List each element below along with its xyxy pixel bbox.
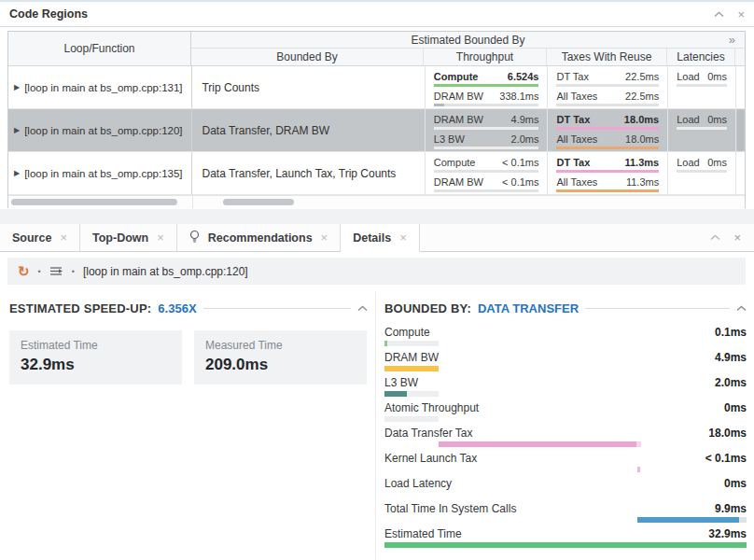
parallel-lines-icon — [49, 266, 63, 276]
metric-line: All Taxes11.3ms — [556, 176, 659, 189]
metric-line: DRAM BW4.9ms — [384, 350, 747, 365]
bounded-metric-row: Data Transfer Tax18.0ms — [384, 426, 747, 451]
vertical-scrollbar-track[interactable] — [735, 152, 745, 194]
column-header-taxes-with-reuse[interactable]: Taxes With Reuse — [547, 49, 667, 65]
metric-bar — [384, 467, 747, 472]
collapse-section-icon[interactable] — [357, 305, 368, 312]
close-panel-icon[interactable]: × — [733, 231, 741, 244]
column-header-bounded-by[interactable]: Bounded By — [191, 49, 424, 65]
table-row[interactable]: ▶[loop in main at bs_omp.cpp:131]Trip Co… — [8, 66, 745, 109]
scrollbar-thumb[interactable] — [223, 199, 294, 205]
metric-label: All Taxes — [556, 91, 597, 103]
column-header-latencies[interactable]: Latencies — [667, 49, 735, 65]
metric-line: DT Tax22.5ms — [556, 71, 659, 83]
expand-row-icon[interactable]: ▶ — [14, 169, 20, 177]
stat-label: Measured Time — [205, 339, 356, 352]
scrollbar-thumb[interactable] — [737, 109, 744, 151]
speedup-value: 6.356X — [158, 301, 196, 315]
loop-function-cell: ▶[loop in main at bs_omp.cpp:131] — [8, 66, 192, 108]
panel-window-controls: × — [714, 8, 745, 21]
metric-bar-fill — [384, 542, 747, 548]
scrollbar-corner — [735, 49, 745, 65]
expand-row-icon[interactable]: ▶ — [14, 126, 20, 134]
tab-details[interactable]: Details× — [341, 224, 420, 252]
metric-entry: DT Tax18.0ms — [556, 114, 659, 130]
vertical-scrollbar-track[interactable] — [735, 109, 745, 151]
metric-value: < 0.1ms — [502, 176, 538, 189]
close-tab-icon[interactable]: × — [321, 231, 328, 245]
bounded-metric-row: DRAM BW4.9ms — [384, 350, 747, 375]
metric-bar-fill — [384, 341, 387, 346]
metric-line: DRAM BW4.9ms — [434, 114, 539, 126]
metric-bar — [434, 189, 539, 192]
expand-row-icon[interactable]: ▶ — [14, 83, 20, 91]
divider-line — [585, 308, 730, 309]
metric-label: Compute — [434, 71, 479, 83]
metric-value: 2.0ms — [511, 133, 539, 146]
metric-bar — [384, 341, 747, 346]
metric-value: 18.0ms — [624, 114, 659, 126]
stat-value: 209.0ms — [205, 356, 356, 374]
metric-bar — [556, 170, 659, 173]
sub-header-row: Bounded ByThroughputTaxes With ReuseLate… — [191, 49, 745, 65]
bounded-by-metrics: Compute0.1msDRAM BW4.9msL3 BW2.0msAtomic… — [384, 325, 747, 552]
metric-value: 0ms — [724, 476, 747, 491]
speedup-section-header: ESTIMATED SPEED-UP: 6.356X — [9, 300, 368, 316]
column-header-loop-function[interactable]: Loop/Function — [8, 32, 191, 65]
metric-label: DRAM BW — [384, 350, 439, 365]
bounded-section-header: BOUNDED BY: DATA TRANSFER — [384, 300, 747, 316]
metric-bar — [384, 517, 747, 523]
metric-bar-fill — [556, 147, 659, 149]
loop-name: [loop in main at bs_omp.cpp:131] — [24, 82, 182, 93]
collapse-section-icon[interactable] — [736, 305, 747, 312]
tab-label: Details — [353, 231, 391, 245]
metric-line: Load0ms — [677, 114, 727, 126]
metric-bar — [434, 147, 539, 149]
horizontal-scrollbar — [8, 195, 745, 208]
metric-line: Atomic Throughput0ms — [384, 400, 747, 415]
metrics-scroll-track[interactable] — [193, 196, 745, 208]
metric-value: 4.9ms — [511, 114, 539, 126]
close-tab-icon[interactable]: × — [399, 231, 407, 245]
scrollbar-thumb[interactable] — [11, 199, 177, 205]
metric-label: DT Tax — [556, 71, 588, 83]
metric-bar-fill — [637, 517, 739, 523]
bounded-heading: BOUNDED BY: — [384, 301, 471, 315]
collapse-panel-icon[interactable] — [714, 11, 724, 18]
metric-label: DT Tax — [556, 114, 590, 126]
metric-bar — [556, 127, 659, 130]
metric-bar-fill — [556, 189, 659, 192]
table-row[interactable]: ▶[loop in main at bs_omp.cpp:120]Data Tr… — [8, 109, 745, 152]
metric-value: 4.9ms — [715, 350, 747, 365]
tab-top-down[interactable]: Top-Down× — [80, 224, 177, 251]
panel-splitter[interactable] — [0, 209, 754, 224]
metric-label: Load — [677, 157, 699, 169]
divider-line — [203, 308, 351, 309]
close-panel-icon[interactable]: × — [737, 8, 745, 21]
tab-source[interactable]: Source× — [0, 224, 80, 251]
loop-column-scroll-track[interactable] — [8, 196, 193, 208]
metric-line: DT Tax11.3ms — [556, 157, 659, 169]
table-row[interactable]: ▶[loop in main at bs_omp.cpp:135]Data Tr… — [8, 152, 745, 195]
tab-recommendations[interactable]: Recommendations× — [177, 224, 341, 251]
bounded-metric-row: Kernel Launch Tax< 0.1ms — [384, 451, 747, 476]
close-tab-icon[interactable]: × — [60, 231, 67, 245]
latencies-cell: Load0ms — [667, 109, 735, 151]
speedup-heading: ESTIMATED SPEED-UP: — [9, 301, 151, 315]
vertical-scrollbar-track[interactable] — [735, 66, 745, 108]
collapse-panel-icon[interactable] — [710, 234, 720, 241]
metric-line: DRAM BW338.1ms — [434, 91, 539, 103]
metric-bar-fill — [384, 366, 439, 371]
tab-label: Source — [12, 231, 51, 245]
bounded-metric-row: Total Time In System Calls9.9ms — [384, 501, 747, 526]
close-tab-icon[interactable]: × — [157, 231, 164, 245]
separator-dot: • — [38, 267, 41, 276]
tab-label: Recommendations — [208, 231, 313, 245]
latencies-cell: Load0ms — [667, 66, 735, 108]
metric-value: 22.5ms — [625, 91, 659, 103]
column-header-throughput[interactable]: Throughput — [424, 49, 547, 65]
expand-columns-icon[interactable]: » — [729, 33, 735, 47]
metric-value: 18.0ms — [625, 133, 659, 146]
metric-label: Total Time In System Calls — [384, 501, 516, 516]
metric-line: L3 BW2.0ms — [434, 133, 539, 146]
